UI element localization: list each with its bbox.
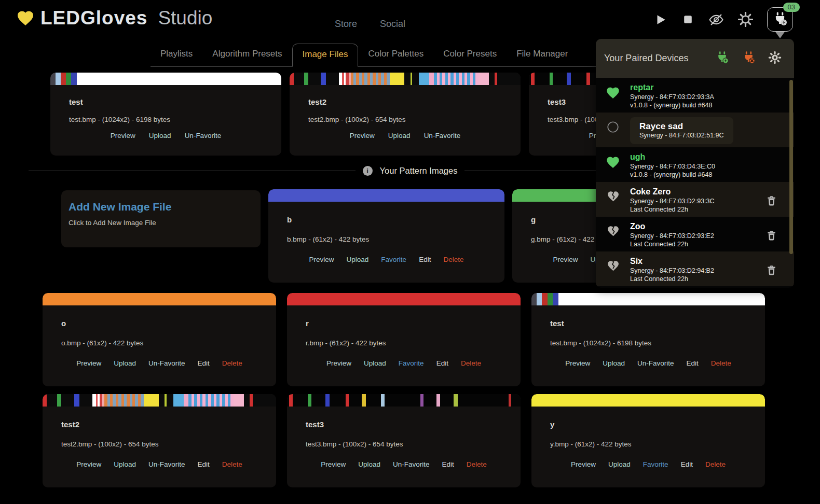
image-file-card: test2test2.bmp - (100x2) - 654 bytesPrev…	[290, 73, 521, 156]
preview-button[interactable]: Preview	[76, 359, 101, 367]
preview-button[interactable]: Preview	[76, 460, 101, 468]
tab-playlists[interactable]: Playlists	[151, 44, 202, 66]
upload-button[interactable]: Upload	[114, 460, 136, 468]
ledgloves-studio-app: LEDGloves Studio Store Social	[0, 0, 820, 504]
connect-all-plug-icon[interactable]	[715, 50, 729, 66]
image-file-card: testtest.bmp - (1024x2) - 6198 bytesPrev…	[50, 73, 281, 156]
preview-button[interactable]: Preview	[326, 359, 351, 367]
device-info: ughSynergy - 84:F7:03:D4:3E:C0v1.0.8 - (…	[630, 152, 715, 179]
add-new-image-card[interactable]: Add New Image File Click to Add New Imag…	[61, 190, 261, 247]
upload-button[interactable]: Upload	[149, 132, 171, 139]
device-row[interactable]: SixSynergy - 84:F7:03:D2:94:B2Last Conne…	[596, 251, 794, 286]
info-icon[interactable]: i	[363, 166, 373, 176]
preview-button[interactable]: Preview	[350, 132, 375, 139]
broken-heart-icon[interactable]	[596, 187, 630, 203]
device-row[interactable]: Rayce sadSynergy - 84:F7:03:D2:51:9C	[596, 113, 794, 147]
favorite-button[interactable]: Favorite	[399, 359, 424, 367]
edit-button[interactable]: Edit	[442, 460, 454, 468]
delete-button[interactable]: Delete	[461, 359, 481, 367]
tab-color-presets[interactable]: Color Presets	[433, 44, 507, 66]
add-card-subtitle: Click to Add New Image File	[69, 219, 261, 227]
edit-button[interactable]: Edit	[198, 359, 210, 367]
preview-button[interactable]: Preview	[321, 460, 346, 468]
delete-button[interactable]: Delete	[705, 460, 726, 468]
device-row[interactable]: ughSynergy - 84:F7:03:D4:3E:C0v1.0.8 - (…	[596, 147, 794, 182]
device-name: reptar	[630, 82, 714, 93]
delete-device-trash-icon[interactable]	[766, 229, 777, 244]
device-info: Coke ZeroSynergy - 84:F7:03:D2:93:3CLast…	[630, 187, 715, 214]
card-title: test3	[306, 420, 521, 429]
image-preview-strip[interactable]	[268, 189, 504, 202]
broken-heart-icon[interactable]	[596, 256, 630, 272]
tab-file-manager[interactable]: File Manager	[507, 44, 578, 66]
heart-icon[interactable]	[596, 82, 630, 100]
unfavorite-button[interactable]: Un-Favorite	[185, 132, 222, 139]
device-address: Synergy - 84:F7:03:D4:3E:C0	[630, 162, 715, 171]
tab-color-palettes[interactable]: Color Palettes	[358, 44, 433, 66]
edit-button[interactable]: Edit	[681, 460, 693, 468]
unfavorite-button[interactable]: Un-Favorite	[424, 132, 461, 139]
delete-button[interactable]: Delete	[222, 460, 242, 468]
edit-button[interactable]: Edit	[419, 256, 431, 263]
image-preview-strip[interactable]	[50, 73, 281, 85]
settings-gear-icon[interactable]	[738, 12, 753, 27]
delete-button[interactable]: Delete	[443, 256, 463, 263]
nav-social[interactable]: Social	[380, 19, 405, 30]
favorite-button[interactable]: Favorite	[643, 460, 668, 468]
tab-image-files[interactable]: Image Files	[292, 44, 359, 67]
edit-button[interactable]: Edit	[198, 460, 210, 468]
broken-heart-icon[interactable]	[596, 221, 630, 237]
delete-device-trash-icon[interactable]	[766, 194, 777, 209]
upload-button[interactable]: Upload	[347, 256, 369, 263]
upload-button[interactable]: Upload	[114, 359, 136, 367]
unfavorite-button[interactable]: Un-Favorite	[637, 359, 674, 367]
image-preview-strip[interactable]	[287, 293, 521, 305]
image-file-card: rr.bmp - (61x2) - 422 bytesPreviewUpload…	[287, 293, 521, 386]
image-preview-strip[interactable]	[290, 73, 521, 85]
unfavorite-button[interactable]: Un-Favorite	[393, 460, 430, 468]
device-name: Zoo	[630, 221, 714, 232]
device-settings-gear-icon[interactable]	[768, 51, 782, 66]
edit-button[interactable]: Edit	[687, 359, 699, 367]
panel-scrollbar[interactable]	[789, 80, 793, 254]
delete-device-trash-icon[interactable]	[766, 264, 777, 278]
image-preview-strip[interactable]	[531, 293, 765, 305]
unfavorite-button[interactable]: Un-Favorite	[148, 359, 185, 367]
preview-button[interactable]: Preview	[111, 132, 135, 139]
device-row[interactable]: ZooSynergy - 84:F7:03:D2:93:E2Last Conne…	[596, 217, 794, 251]
image-preview-strip[interactable]	[287, 394, 521, 407]
preview-button[interactable]: Preview	[553, 256, 578, 263]
image-preview-strip[interactable]	[531, 394, 765, 407]
edit-button[interactable]: Edit	[436, 359, 448, 367]
upload-button[interactable]: Upload	[388, 132, 411, 139]
stop-icon[interactable]	[681, 13, 694, 26]
device-address: Synergy - 84:F7:03:D2:94:B2	[630, 267, 714, 275]
play-icon[interactable]	[654, 13, 667, 26]
device-name: Six	[630, 256, 714, 267]
delete-button[interactable]: Delete	[222, 359, 242, 367]
tab-algorithm-presets[interactable]: Algorithm Presets	[202, 44, 292, 66]
image-preview-strip[interactable]	[43, 293, 276, 305]
device-row[interactable]: Coke ZeroSynergy - 84:F7:03:D2:93:3CLast…	[596, 182, 794, 217]
upload-button[interactable]: Upload	[358, 460, 380, 468]
delete-button[interactable]: Delete	[467, 460, 487, 468]
card-title: y	[550, 420, 765, 429]
upload-button[interactable]: Upload	[603, 359, 625, 367]
image-preview-strip[interactable]	[43, 394, 276, 407]
heart-icon[interactable]	[596, 152, 630, 170]
unfavorite-button[interactable]: Un-Favorite	[148, 460, 185, 468]
eye-off-icon[interactable]	[708, 12, 724, 27]
nav-store[interactable]: Store	[335, 19, 357, 30]
upload-button[interactable]: Upload	[364, 359, 386, 367]
disconnect-all-plug-icon[interactable]	[742, 50, 756, 66]
preview-button[interactable]: Preview	[571, 460, 596, 468]
upload-button[interactable]: Upload	[608, 460, 631, 468]
device-row[interactable]: reptarSynergy - 84:F7:03:D2:93:3Av1.0.8 …	[596, 78, 794, 113]
card-actions: PreviewUploadFavoriteEditDelete	[287, 359, 521, 367]
preview-button[interactable]: Preview	[565, 359, 590, 367]
delete-button[interactable]: Delete	[711, 359, 731, 367]
circle-status-icon[interactable]	[596, 117, 630, 134]
card-title: o	[61, 319, 276, 328]
preview-button[interactable]: Preview	[309, 256, 334, 263]
favorite-button[interactable]: Favorite	[381, 256, 406, 263]
